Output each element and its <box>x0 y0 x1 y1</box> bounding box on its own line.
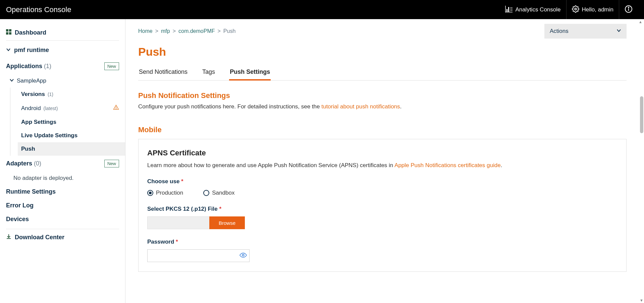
top-header: Operations Console Analytics Console Hel… <box>0 0 644 19</box>
runtime-label: pmf runtime <box>14 47 49 54</box>
scroll-thumb[interactable] <box>640 96 643 133</box>
sidebar-download-center[interactable]: Download Center <box>6 229 119 246</box>
svg-point-7 <box>575 8 577 10</box>
content: Home > mfp > com.demoPMF > Push Actions … <box>125 19 644 303</box>
sandbox-label: Sandbox <box>212 190 234 196</box>
dashboard-icon <box>6 29 11 36</box>
adapters-label: Adapters (0) <box>6 160 41 167</box>
mobile-heading: Mobile <box>138 125 627 134</box>
password-input[interactable] <box>147 249 250 262</box>
android-sub: (latest) <box>44 106 58 111</box>
apns-desc: Learn more about how to generate and use… <box>147 162 618 169</box>
breadcrumb-sep: > <box>173 28 176 34</box>
tab-send-notifications[interactable]: Send Notifications <box>138 65 188 80</box>
content-top: Home > mfp > com.demoPMF > Push Actions <box>138 24 627 39</box>
console-title: Operations Console <box>6 5 500 14</box>
choose-use-label: Choose use * <box>147 178 618 185</box>
svg-rect-13 <box>6 32 8 35</box>
svg-point-16 <box>116 108 116 109</box>
tab-tags[interactable]: Tags <box>202 65 216 80</box>
sidebar-app-settings[interactable]: App Settings <box>18 115 125 129</box>
chevron-down-icon <box>6 47 11 54</box>
sidebar-push[interactable]: Push <box>18 142 125 156</box>
svg-point-19 <box>242 254 244 256</box>
select-file-label: Select PKCS 12 (.p12) File * <box>147 206 618 212</box>
analytics-console-link[interactable]: Analytics Console <box>500 0 566 19</box>
sidebar-android[interactable]: Android (latest) <box>18 101 125 115</box>
warning-icon <box>113 104 119 112</box>
sidebar-devices[interactable]: Devices <box>6 212 125 226</box>
dashboard-label: Dashboard <box>15 29 46 36</box>
sidebar-dashboard[interactable]: Dashboard <box>6 25 119 41</box>
top-right-actions: Analytics Console Hello, admin <box>500 0 638 19</box>
versions-count: (1) <box>48 92 53 97</box>
sampleapp-subtree: Versions (1) Android (latest) App Settin… <box>10 88 125 156</box>
toggle-password-visibility[interactable] <box>239 253 247 259</box>
svg-rect-14 <box>9 32 11 35</box>
breadcrumb-mfp[interactable]: mfp <box>161 28 170 34</box>
live-update-label: Live Update Settings <box>21 132 77 139</box>
versions-label: Versions <box>21 91 45 98</box>
sidebar-versions[interactable]: Versions (1) <box>18 88 125 101</box>
breadcrumb: Home > mfp > com.demoPMF > Push <box>138 28 235 34</box>
file-picker: Browse <box>147 216 618 229</box>
analytics-console-label: Analytics Console <box>515 6 560 13</box>
chevron-down-icon <box>9 78 14 84</box>
push-settings-desc: Configure your push notifications here. … <box>138 103 627 110</box>
sidebar-adapters-row: Adapters (0) New <box>6 156 125 171</box>
eye-icon <box>239 254 247 259</box>
actions-label: Actions <box>550 28 569 35</box>
apns-card: APNS Certificate Learn more about how to… <box>138 139 627 272</box>
breadcrumb-app[interactable]: com.demoPMF <box>178 28 215 34</box>
choose-use-radios: Production Sandbox <box>147 190 618 196</box>
app-settings-label: App Settings <box>21 119 56 125</box>
sidebar-applications-row: Applications (1) New <box>6 58 125 74</box>
android-label: Android <box>21 105 41 112</box>
download-icon <box>6 234 11 241</box>
page-title: Push <box>138 45 627 58</box>
svg-rect-12 <box>9 29 11 32</box>
radio-production[interactable]: Production <box>147 190 183 196</box>
new-application-button[interactable]: New <box>104 62 119 70</box>
file-path-display <box>147 216 209 229</box>
push-label: Push <box>21 146 35 152</box>
actions-dropdown[interactable]: Actions <box>544 24 627 39</box>
new-adapter-button[interactable]: New <box>104 160 119 167</box>
sampleapp-label: SampleApp <box>17 78 46 84</box>
svg-point-10 <box>628 7 629 8</box>
sidebar-runtime-settings[interactable]: Runtime Settings <box>6 185 125 199</box>
password-field-wrap <box>147 249 250 262</box>
apns-guide-link[interactable]: Apple Push Notifications certificates gu… <box>394 162 501 168</box>
tabs: Send Notifications Tags Push Settings <box>138 65 627 81</box>
breadcrumb-current: Push <box>223 28 235 34</box>
password-label: Password * <box>147 239 618 245</box>
greeting-label: Hello, admin <box>582 6 614 13</box>
chevron-down-icon <box>616 28 621 35</box>
breadcrumb-home[interactable]: Home <box>138 28 153 34</box>
info-icon <box>625 5 633 14</box>
svg-rect-2 <box>506 9 507 12</box>
breadcrumb-sep: > <box>218 28 221 34</box>
svg-rect-3 <box>508 7 509 12</box>
push-settings-heading: Push Notification Settings <box>138 91 627 100</box>
user-greeting[interactable]: Hello, admin <box>566 0 619 19</box>
sidebar: Dashboard pmf runtime Applications (1) N… <box>0 19 125 303</box>
gear-icon <box>572 5 579 14</box>
breadcrumb-sep: > <box>155 28 158 34</box>
no-adapter-text: No adapter is deployed. <box>6 171 125 185</box>
svg-rect-11 <box>6 29 8 32</box>
radio-sandbox[interactable]: Sandbox <box>203 190 234 196</box>
sidebar-live-update[interactable]: Live Update Settings <box>18 129 125 142</box>
sidebar-app-sampleapp[interactable]: SampleApp <box>6 74 125 88</box>
download-center-label: Download Center <box>15 234 64 241</box>
browse-button[interactable]: Browse <box>209 216 245 229</box>
tutorial-link[interactable]: tutorial about push notifications <box>321 103 400 110</box>
tab-push-settings[interactable]: Push Settings <box>229 65 271 81</box>
sidebar-runtime[interactable]: pmf runtime <box>6 41 119 58</box>
apns-title: APNS Certificate <box>147 149 618 157</box>
info-button[interactable] <box>619 0 638 19</box>
sidebar-error-log[interactable]: Error Log <box>6 199 125 212</box>
bar-chart-icon <box>505 6 513 13</box>
applications-label: Applications (1) <box>6 63 51 70</box>
production-label: Production <box>156 190 183 196</box>
